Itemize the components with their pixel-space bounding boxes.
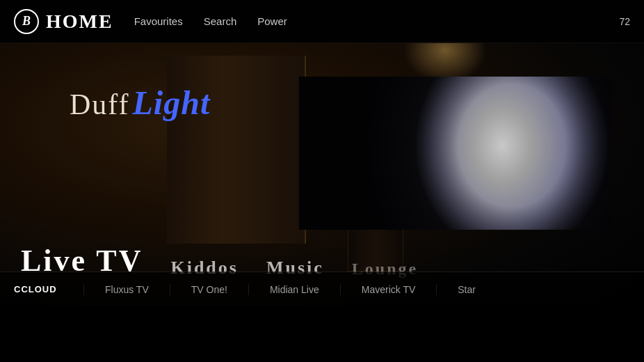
channel-maverick-tv[interactable]: Maverick TV <box>340 284 437 295</box>
channel-fluxus-tv[interactable]: Fluxus TV <box>83 284 170 295</box>
duff-word: Duff <box>70 88 130 120</box>
bottom-overlay <box>0 306 644 362</box>
nav-favourites[interactable]: Favourites <box>134 15 183 27</box>
logo: B Home <box>14 9 113 34</box>
header-nav: Favourites Search Power <box>134 15 287 27</box>
nav-power[interactable]: Power <box>257 15 287 27</box>
channel-midian-live[interactable]: Midian Live <box>248 284 340 295</box>
header-title: Home <box>46 10 113 33</box>
hero-text: Duff Light <box>70 84 210 122</box>
light-word: Light <box>133 84 211 121</box>
logo-circle: B <box>14 9 39 34</box>
header-time: 72 <box>619 16 630 27</box>
bottom-bar: CCloud Fluxus TV TV One! Midian Live Mav… <box>0 272 644 306</box>
theater-screen <box>299 77 612 230</box>
source-label: CCloud <box>0 284 83 294</box>
channel-tv-one[interactable]: TV One! <box>170 284 248 295</box>
channel-star[interactable]: Star <box>436 284 497 295</box>
helmet-overlay <box>299 77 612 230</box>
nav-search[interactable]: Search <box>204 15 237 27</box>
header: B Home Favourites Search Power 72 <box>0 0 644 43</box>
channel-list: Fluxus TV TV One! Midian Live Maverick T… <box>83 284 644 295</box>
